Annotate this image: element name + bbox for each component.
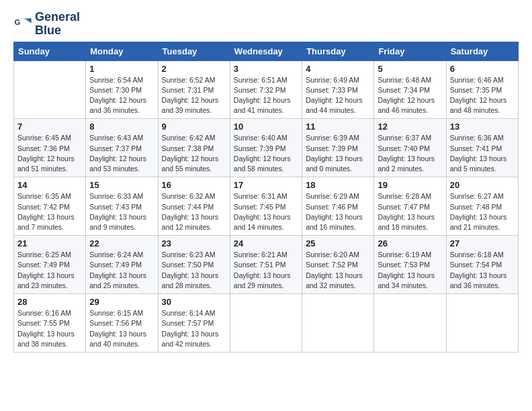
day-cell: 25 Sunrise: 6:20 AMSunset: 7:52 PMDaylig… [302, 236, 374, 294]
day-number: 17 [234, 180, 298, 190]
day-cell: 18 Sunrise: 6:29 AMSunset: 7:46 PMDaylig… [302, 177, 374, 236]
weekday-header-wednesday: Wednesday [230, 42, 302, 60]
day-number: 29 [89, 297, 154, 307]
weekday-header-saturday: Saturday [446, 42, 518, 60]
day-number: 7 [17, 122, 82, 132]
day-number: 27 [450, 238, 515, 248]
day-cell: 16 Sunrise: 6:32 AMSunset: 7:44 PMDaylig… [158, 177, 230, 236]
day-info: Sunrise: 6:29 AMSunset: 7:46 PMDaylight:… [306, 192, 363, 231]
day-cell: 10 Sunrise: 6:40 AMSunset: 7:39 PMDaylig… [230, 119, 302, 177]
day-cell [374, 294, 446, 353]
day-number: 19 [378, 180, 442, 190]
day-cell: 27 Sunrise: 6:18 AMSunset: 7:54 PMDaylig… [446, 236, 518, 294]
day-info: Sunrise: 6:49 AMSunset: 7:33 PMDaylight:… [306, 76, 363, 115]
header: G General Blue [13, 11, 519, 38]
week-row-3: 14 Sunrise: 6:35 AMSunset: 7:42 PMDaylig… [14, 177, 519, 236]
week-row-2: 7 Sunrise: 6:45 AMSunset: 7:36 PMDayligh… [14, 119, 519, 177]
day-info: Sunrise: 6:37 AMSunset: 7:40 PMDaylight:… [378, 134, 435, 173]
day-cell: 13 Sunrise: 6:36 AMSunset: 7:41 PMDaylig… [446, 119, 518, 177]
day-cell: 12 Sunrise: 6:37 AMSunset: 7:40 PMDaylig… [374, 119, 446, 177]
day-number: 16 [162, 180, 226, 190]
day-number: 28 [17, 297, 82, 307]
day-number: 5 [378, 64, 442, 74]
day-cell: 22 Sunrise: 6:24 AMSunset: 7:49 PMDaylig… [86, 236, 158, 294]
day-number: 10 [234, 122, 298, 132]
day-cell: 15 Sunrise: 6:33 AMSunset: 7:43 PMDaylig… [86, 177, 158, 236]
day-info: Sunrise: 6:28 AMSunset: 7:47 PMDaylight:… [378, 192, 435, 231]
calendar-body: 1 Sunrise: 6:54 AMSunset: 7:30 PMDayligh… [14, 60, 519, 352]
day-cell: 4 Sunrise: 6:49 AMSunset: 7:33 PMDayligh… [302, 60, 374, 119]
day-cell: 19 Sunrise: 6:28 AMSunset: 7:47 PMDaylig… [374, 177, 446, 236]
day-info: Sunrise: 6:35 AMSunset: 7:42 PMDaylight:… [17, 192, 75, 231]
day-info: Sunrise: 6:39 AMSunset: 7:39 PMDaylight:… [306, 134, 363, 173]
day-cell: 7 Sunrise: 6:45 AMSunset: 7:36 PMDayligh… [14, 119, 86, 177]
day-number: 12 [378, 122, 442, 132]
day-number: 18 [306, 180, 370, 190]
weekday-header-sunday: Sunday [14, 42, 86, 60]
day-number: 25 [306, 238, 370, 248]
weekday-header-thursday: Thursday [302, 42, 374, 60]
day-info: Sunrise: 6:32 AMSunset: 7:44 PMDaylight:… [162, 192, 219, 231]
day-cell: 30 Sunrise: 6:14 AMSunset: 7:57 PMDaylig… [158, 294, 230, 353]
day-cell: 21 Sunrise: 6:25 AMSunset: 7:49 PMDaylig… [14, 236, 86, 294]
day-cell [230, 294, 302, 353]
day-cell: 28 Sunrise: 6:16 AMSunset: 7:55 PMDaylig… [14, 294, 86, 353]
day-info: Sunrise: 6:16 AMSunset: 7:55 PMDaylight:… [17, 309, 75, 348]
day-info: Sunrise: 6:18 AMSunset: 7:54 PMDaylight:… [450, 250, 507, 289]
day-cell [14, 60, 86, 119]
day-cell: 1 Sunrise: 6:54 AMSunset: 7:30 PMDayligh… [86, 60, 158, 119]
day-number: 6 [450, 64, 515, 74]
day-number: 26 [378, 238, 442, 248]
weekday-header-row: SundayMondayTuesdayWednesdayThursdayFrid… [14, 42, 519, 60]
day-info: Sunrise: 6:15 AMSunset: 7:56 PMDaylight:… [89, 309, 146, 348]
day-number: 24 [234, 238, 298, 248]
day-number: 15 [89, 180, 154, 190]
day-info: Sunrise: 6:14 AMSunset: 7:57 PMDaylight:… [162, 309, 219, 348]
day-info: Sunrise: 6:27 AMSunset: 7:48 PMDaylight:… [450, 192, 507, 231]
day-cell: 29 Sunrise: 6:15 AMSunset: 7:56 PMDaylig… [86, 294, 158, 353]
day-number: 21 [17, 238, 82, 248]
svg-text:G: G [14, 18, 20, 26]
day-cell: 9 Sunrise: 6:42 AMSunset: 7:38 PMDayligh… [158, 119, 230, 177]
day-info: Sunrise: 6:52 AMSunset: 7:31 PMDaylight:… [162, 76, 219, 115]
day-cell: 14 Sunrise: 6:35 AMSunset: 7:42 PMDaylig… [14, 177, 86, 236]
day-number: 23 [162, 238, 226, 248]
calendar-table: SundayMondayTuesdayWednesdayThursdayFrid… [13, 42, 519, 353]
day-number: 22 [89, 238, 154, 248]
day-info: Sunrise: 6:45 AMSunset: 7:36 PMDaylight:… [17, 134, 75, 173]
day-cell [446, 294, 518, 353]
day-info: Sunrise: 6:54 AMSunset: 7:30 PMDaylight:… [89, 76, 146, 115]
day-cell: 20 Sunrise: 6:27 AMSunset: 7:48 PMDaylig… [446, 177, 518, 236]
day-info: Sunrise: 6:40 AMSunset: 7:39 PMDaylight:… [234, 134, 291, 173]
day-cell: 3 Sunrise: 6:51 AMSunset: 7:32 PMDayligh… [230, 60, 302, 119]
day-info: Sunrise: 6:42 AMSunset: 7:38 PMDaylight:… [162, 134, 219, 173]
day-cell: 2 Sunrise: 6:52 AMSunset: 7:31 PMDayligh… [158, 60, 230, 119]
day-info: Sunrise: 6:46 AMSunset: 7:35 PMDaylight:… [450, 76, 507, 115]
day-info: Sunrise: 6:36 AMSunset: 7:41 PMDaylight:… [450, 134, 507, 173]
day-info: Sunrise: 6:21 AMSunset: 7:51 PMDaylight:… [234, 250, 291, 289]
day-info: Sunrise: 6:33 AMSunset: 7:43 PMDaylight:… [89, 192, 146, 231]
week-row-5: 28 Sunrise: 6:16 AMSunset: 7:55 PMDaylig… [14, 294, 519, 353]
day-number: 13 [450, 122, 515, 132]
day-cell: 24 Sunrise: 6:21 AMSunset: 7:51 PMDaylig… [230, 236, 302, 294]
weekday-header-tuesday: Tuesday [158, 42, 230, 60]
day-info: Sunrise: 6:24 AMSunset: 7:49 PMDaylight:… [89, 250, 146, 289]
day-number: 20 [450, 180, 515, 190]
day-cell: 11 Sunrise: 6:39 AMSunset: 7:39 PMDaylig… [302, 119, 374, 177]
weekday-header-friday: Friday [374, 42, 446, 60]
day-info: Sunrise: 6:19 AMSunset: 7:53 PMDaylight:… [378, 250, 435, 289]
day-cell: 5 Sunrise: 6:48 AMSunset: 7:34 PMDayligh… [374, 60, 446, 119]
day-info: Sunrise: 6:51 AMSunset: 7:32 PMDaylight:… [234, 76, 291, 115]
day-info: Sunrise: 6:20 AMSunset: 7:52 PMDaylight:… [306, 250, 363, 289]
day-cell: 17 Sunrise: 6:31 AMSunset: 7:45 PMDaylig… [230, 177, 302, 236]
day-cell: 6 Sunrise: 6:46 AMSunset: 7:35 PMDayligh… [446, 60, 518, 119]
day-cell: 8 Sunrise: 6:43 AMSunset: 7:37 PMDayligh… [86, 119, 158, 177]
logo-text: General Blue [35, 11, 80, 38]
day-info: Sunrise: 6:48 AMSunset: 7:34 PMDaylight:… [378, 76, 435, 115]
weekday-header-monday: Monday [86, 42, 158, 60]
day-number: 2 [162, 64, 226, 74]
day-info: Sunrise: 6:25 AMSunset: 7:49 PMDaylight:… [17, 250, 75, 289]
day-info: Sunrise: 6:31 AMSunset: 7:45 PMDaylight:… [234, 192, 291, 231]
day-number: 9 [162, 122, 226, 132]
day-cell: 26 Sunrise: 6:19 AMSunset: 7:53 PMDaylig… [374, 236, 446, 294]
